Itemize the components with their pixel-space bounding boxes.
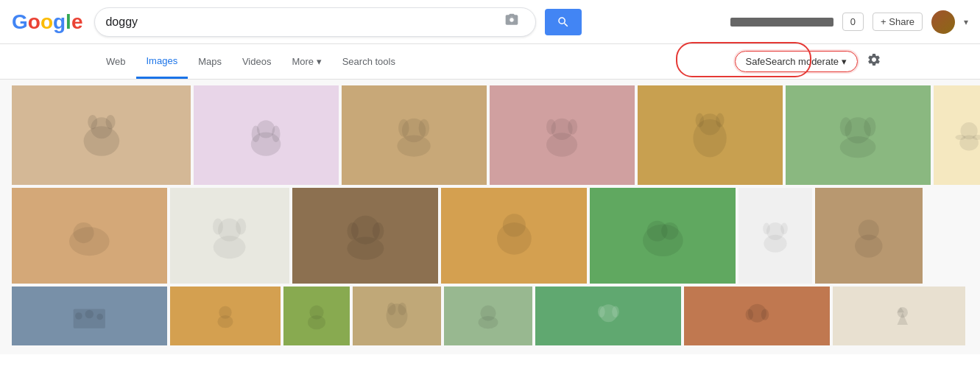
image-cell[interactable]: [535, 287, 681, 345]
svg-point-9: [398, 119, 409, 137]
svg-point-19: [716, 113, 725, 127]
camera-icon[interactable]: [504, 13, 519, 31]
svg-point-71: [761, 309, 769, 320]
svg-point-41: [347, 237, 384, 260]
svg-point-27: [960, 136, 979, 151]
svg-point-37: [214, 236, 246, 259]
header-right: 0 + Share ▾: [730, 10, 968, 34]
image-cell[interactable]: [590, 188, 736, 284]
image-cell[interactable]: [170, 287, 281, 345]
image-cell[interactable]: [490, 85, 635, 185]
search-input[interactable]: [105, 15, 504, 29]
nav-bar: Web Images Maps Videos More ▾ Search too…: [0, 44, 980, 80]
nav-item-search-tools[interactable]: Search tools: [332, 46, 406, 77]
search-button[interactable]: [545, 9, 582, 35]
image-cell[interactable]: [292, 188, 438, 284]
svg-point-2: [88, 115, 97, 129]
svg-point-49: [780, 223, 788, 235]
image-cell[interactable]: [638, 85, 783, 185]
nav-item-web[interactable]: Web: [96, 46, 136, 77]
svg-point-18: [696, 113, 704, 127]
svg-point-56: [97, 314, 104, 320]
svg-point-14: [568, 119, 578, 135]
safesearch-label: SafeSearch moderate: [746, 56, 839, 67]
svg-point-15: [546, 133, 577, 156]
svg-point-48: [763, 223, 770, 235]
account-dropdown-arrow[interactable]: ▾: [964, 17, 968, 27]
svg-point-58: [217, 315, 233, 328]
svg-point-46: [661, 222, 678, 239]
image-cell[interactable]: [738, 188, 812, 284]
svg-point-63: [398, 303, 406, 315]
svg-point-52: [855, 234, 882, 257]
nav-item-videos[interactable]: Videos: [232, 46, 282, 77]
svg-point-68: [612, 306, 619, 317]
nav-item-maps[interactable]: Maps: [188, 46, 232, 77]
settings-icon[interactable]: [864, 49, 884, 74]
svg-point-39: [347, 222, 359, 239]
image-cell[interactable]: [342, 85, 487, 185]
safesearch-dropdown-arrow: ▾: [842, 56, 847, 67]
image-cell[interactable]: [934, 85, 980, 185]
svg-point-40: [372, 222, 384, 239]
share-button[interactable]: + Share: [873, 13, 923, 31]
svg-point-3: [105, 115, 115, 129]
safesearch-button[interactable]: SafeSearch moderate ▾: [735, 51, 858, 72]
svg-point-13: [546, 119, 556, 135]
image-cell[interactable]: [170, 188, 289, 284]
google-logo[interactable]: Google: [12, 10, 82, 34]
header: Google 0 + Share ▾: [0, 0, 980, 44]
notifications-button[interactable]: 0: [842, 13, 864, 31]
image-row-1: [12, 85, 968, 185]
image-grid: [0, 80, 980, 354]
image-cell[interactable]: [12, 188, 167, 284]
svg-point-21: [840, 117, 852, 136]
svg-point-60: [308, 315, 325, 329]
svg-point-43: [502, 214, 525, 236]
svg-point-22: [864, 117, 876, 136]
svg-point-11: [398, 136, 431, 157]
svg-point-7: [251, 132, 281, 155]
svg-point-23: [840, 136, 876, 158]
svg-point-54: [75, 312, 82, 320]
svg-point-35: [213, 219, 223, 235]
nav-item-images[interactable]: Images: [136, 45, 188, 79]
account-name-bar: [730, 18, 833, 27]
svg-point-70: [745, 309, 753, 320]
svg-point-65: [479, 316, 498, 328]
image-cell[interactable]: [684, 287, 830, 345]
search-bar: [94, 7, 536, 37]
image-cell[interactable]: [815, 188, 923, 284]
image-cell[interactable]: [194, 85, 339, 185]
nav-right: SafeSearch moderate ▾: [735, 49, 884, 74]
image-cell[interactable]: [353, 287, 441, 345]
image-cell[interactable]: [441, 188, 587, 284]
image-cell[interactable]: [444, 287, 532, 345]
svg-point-36: [236, 219, 247, 235]
image-cell[interactable]: [12, 85, 191, 185]
nav-item-more[interactable]: More ▾: [281, 46, 331, 77]
image-cell[interactable]: [283, 287, 350, 345]
image-cell[interactable]: [833, 287, 965, 345]
svg-point-67: [598, 306, 605, 317]
image-row-3: [12, 287, 968, 345]
svg-point-62: [387, 303, 396, 315]
image-cell[interactable]: [12, 287, 167, 345]
svg-point-55: [85, 310, 94, 319]
image-row-2: [12, 188, 968, 284]
svg-point-50: [764, 235, 786, 253]
svg-point-10: [419, 119, 430, 137]
image-cell[interactable]: [786, 85, 931, 185]
svg-point-33: [74, 222, 94, 243]
avatar[interactable]: [931, 10, 955, 34]
